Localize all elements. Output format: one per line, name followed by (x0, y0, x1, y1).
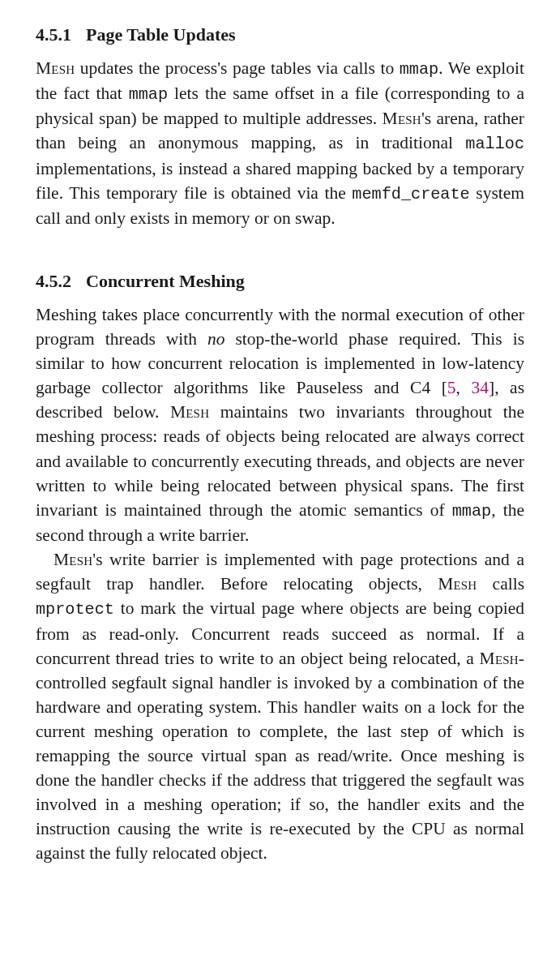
cite-separator: , (456, 378, 472, 397)
product-name: Mesh (170, 402, 209, 422)
code-mmap: mmap (452, 502, 491, 521)
section-number: 4.5.1 (36, 24, 71, 45)
product-name: Mesh (36, 58, 75, 78)
emphasis-no: no (207, 329, 225, 349)
body-text: updates the process's page tables via ca… (75, 58, 399, 78)
product-name: Mesh (383, 109, 421, 128)
code-mmap: mmap (129, 85, 168, 104)
code-malloc: malloc (465, 135, 524, 153)
paragraph: Meshing takes place concurrently with th… (36, 302, 524, 547)
code-memfd-create: memfd_create (352, 185, 469, 204)
section-heading: 4.5.1Page Table Updates (36, 23, 524, 48)
section-title: Concurrent Meshing (86, 271, 245, 291)
product-name: Mesh (480, 649, 519, 668)
section-title: Page Table Updates (86, 24, 236, 45)
cite-open-bracket: [ (442, 378, 447, 397)
code-mmap: mmap (400, 60, 438, 79)
code-mprotect: mprotect (36, 600, 114, 619)
section-number: 4.5.2 (36, 271, 71, 291)
product-name: Mesh (53, 550, 92, 569)
paragraph: Mesh updates the process's page tables v… (36, 56, 524, 230)
paragraph: Mesh's write barrier is implemented with… (36, 547, 524, 865)
body-text: -controlled segfault signal handler is i… (36, 649, 524, 864)
section-4-5-2: 4.5.2Concurrent Meshing Meshing takes pl… (36, 269, 524, 865)
section-heading: 4.5.2Concurrent Meshing (36, 269, 524, 294)
citation-link[interactable]: 5 (447, 378, 456, 397)
product-name: Mesh (438, 574, 477, 594)
section-4-5-1: 4.5.1Page Table Updates Mesh updates the… (36, 23, 524, 230)
body-text: calls (477, 574, 524, 594)
citation-link[interactable]: 34 (472, 378, 489, 397)
